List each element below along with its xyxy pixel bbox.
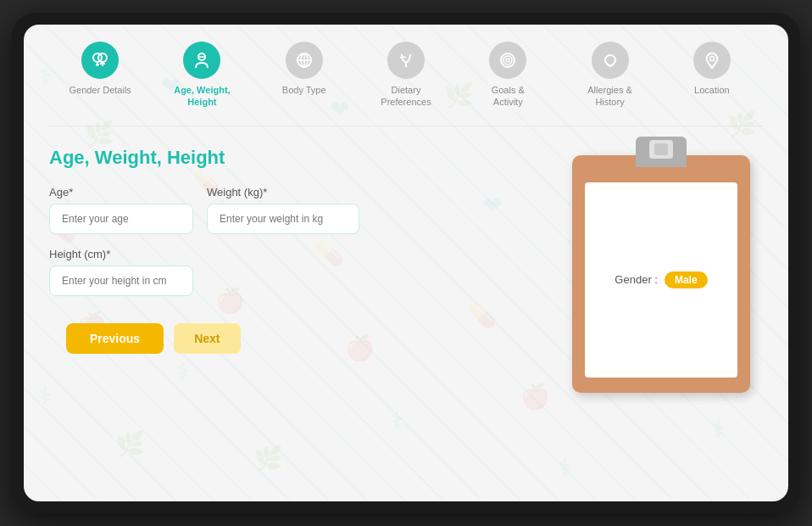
step-location-circle <box>693 42 731 79</box>
step-location[interactable]: Location <box>661 42 763 96</box>
form-group-age: Age* <box>49 186 193 234</box>
clipboard-gender-label: Gender : <box>615 273 658 286</box>
step-age-label: Age, Weight,Height <box>174 84 230 109</box>
step-dietary-preferences[interactable]: DietaryPreferences <box>355 42 457 109</box>
clipboard-paper: Gender : Male <box>585 182 737 378</box>
step-allergies-label: Allergies &History <box>587 84 632 109</box>
step-goals-circle <box>489 42 526 79</box>
step-gender-label: Gender Details <box>69 84 131 96</box>
step-allergies-circle <box>592 42 629 79</box>
step-goals-activity[interactable]: Goals &Activity <box>457 42 559 109</box>
step-body-label: Body Type <box>282 84 326 96</box>
clipboard-gender-row: Gender : Male <box>615 271 707 288</box>
height-input[interactable] <box>49 266 193 296</box>
step-gender-details[interactable]: Gender Details <box>49 42 151 96</box>
clipboard-area: Gender : Male <box>559 147 763 393</box>
form-title: Age, Weight, Height <box>49 147 526 169</box>
form-group-height: Height (cm)* <box>49 248 193 296</box>
step-dietary-label: DietaryPreferences <box>381 84 431 109</box>
form-row-height: Height (cm)* <box>49 248 526 296</box>
button-row: Previous Next <box>66 323 526 354</box>
content-area: Gender Details Age, Weight,Height <box>24 25 788 501</box>
screen: ⚕ 🌿 💊 🍎 ⚕ 🌿 ❤ 💊 🍎 ⚕ 🌿 ❤ 💊 🍎 ⚕ 🌿 ❤ 💊 🍎 ⚕ … <box>24 25 788 501</box>
main-area: Age, Weight, Height Age* Weight (kg)* <box>49 147 763 393</box>
previous-button[interactable]: Previous <box>66 323 164 354</box>
gender-badge: Male <box>665 271 708 288</box>
step-goals-label: Goals &Activity <box>492 84 525 109</box>
weight-label: Weight (kg)* <box>207 186 359 199</box>
step-location-label: Location <box>694 84 730 96</box>
step-gender-circle <box>81 42 119 79</box>
step-age-weight-height[interactable]: Age, Weight,Height <box>151 42 253 109</box>
age-input[interactable] <box>49 204 193 234</box>
form-area: Age, Weight, Height Age* Weight (kg)* <box>49 147 526 354</box>
weight-input[interactable] <box>207 204 359 234</box>
clipboard-illustration: Gender : Male <box>572 155 750 393</box>
form-group-weight: Weight (kg)* <box>207 186 359 234</box>
svg-point-15 <box>506 59 509 62</box>
step-age-circle <box>183 42 220 79</box>
age-label: Age* <box>49 186 193 199</box>
step-allergies-history[interactable]: Allergies &History <box>559 42 660 109</box>
form-row-age-weight: Age* Weight (kg)* <box>49 186 526 234</box>
step-dietary-circle <box>387 42 425 79</box>
step-body-circle <box>286 42 323 79</box>
steps-navigation: Gender Details Age, Weight,Height <box>49 42 763 126</box>
step-body-type[interactable]: Body Type <box>253 42 355 96</box>
height-label: Height (cm)* <box>49 248 193 260</box>
device-frame: ⚕ 🌿 💊 🍎 ⚕ 🌿 ❤ 💊 🍎 ⚕ 🌿 ❤ 💊 🍎 ⚕ 🌿 ❤ 💊 🍎 ⚕ … <box>12 13 800 513</box>
next-button[interactable]: Next <box>174 323 240 354</box>
svg-point-14 <box>503 56 512 64</box>
svg-point-16 <box>709 57 714 61</box>
clipboard-clip <box>636 137 687 167</box>
